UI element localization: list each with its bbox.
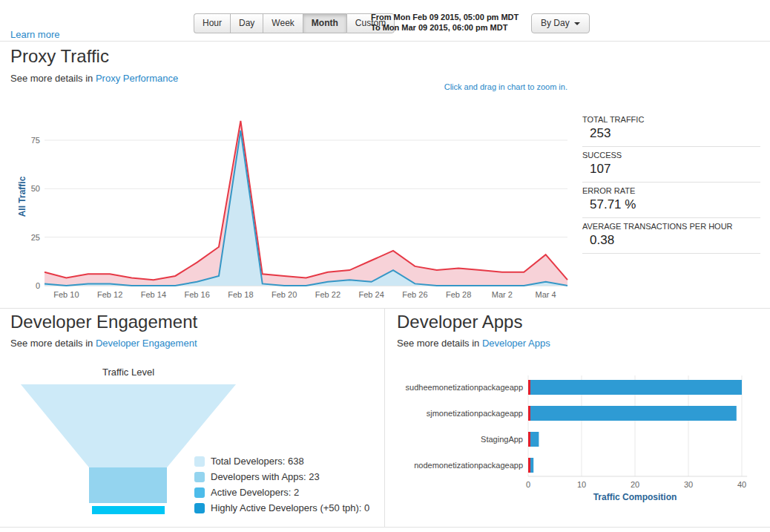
bar-error-marker (528, 406, 530, 421)
stat-value: 107 (582, 162, 760, 177)
funnel-title: Traffic Level (21, 367, 236, 378)
engagement-details: See more details in Developer Engagement (10, 338, 197, 349)
series-line-all-traffic (45, 121, 567, 280)
interval-label: By Day (541, 18, 570, 28)
legend-label: Total Developers: 638 (211, 456, 304, 467)
interval-dropdown-button[interactable]: By Day (531, 13, 590, 33)
range-button-hour[interactable]: Hour (194, 13, 230, 33)
caret-down-icon (574, 22, 580, 25)
stat-value: 57.71 % (582, 197, 760, 212)
traffic-stats-panel: TOTAL TRAFFIC253SUCCESS107ERROR RATE57.7… (582, 111, 760, 254)
developer-apps-link[interactable]: Developer Apps (482, 338, 550, 349)
proxy-performance-link[interactable]: Proxy Performance (96, 73, 178, 84)
analytics-dashboard: Learn more HourDayWeekMonthCustom From M… (0, 0, 770, 532)
legend-item: Developers with Apps: 23 (194, 469, 369, 485)
x-tick-label: Feb 20 (272, 290, 297, 299)
divider-bottom (0, 527, 770, 528)
x-tick-label: 20 (631, 480, 639, 489)
legend-label: Developers with Apps: 23 (211, 471, 320, 482)
stat-label: AVERAGE TRANSACTIONS PER HOUR (582, 222, 760, 231)
y-tick-label: 0 (36, 281, 40, 290)
bar-label: StagingApp (481, 435, 523, 444)
legend-label: Active Developers: 2 (211, 487, 299, 498)
developer-apps-title: Developer Apps (397, 312, 522, 332)
x-tick-label: Feb 24 (359, 290, 384, 299)
stat-value: 0.38 (582, 233, 760, 248)
date-to: To Mon Mar 09 2015, 06:00 pm MDT (371, 22, 519, 33)
engagement-legend: Total Developers: 638Developers with App… (194, 453, 369, 516)
bar-label: sudheemonetizationpackageapp (406, 383, 523, 392)
bar (530, 406, 737, 421)
x-tick-label: 40 (737, 480, 746, 489)
x-tick-label: Feb 18 (228, 290, 253, 299)
bar-error-marker (528, 380, 530, 395)
engagement-details-prefix: See more details in (10, 338, 93, 349)
x-tick-label: Feb 12 (97, 290, 122, 299)
x-tick-label: Feb 10 (53, 290, 79, 299)
legend-swatch-icon (194, 456, 205, 467)
legend-item: Highly Active Developers (+50 tph): 0 (194, 500, 369, 516)
x-tick-label: Feb 26 (402, 290, 427, 299)
developer-engagement-link[interactable]: Developer Engagement (96, 338, 197, 349)
bar-label: sjmonetizationpackageapp (427, 409, 523, 418)
series-line-success (45, 131, 567, 286)
x-tick-label: Feb 16 (185, 290, 210, 299)
developer-apps-chart: 010203040sudheemonetizationpackageappsjm… (397, 371, 768, 505)
series-area-all-traffic (45, 121, 567, 286)
x-tick-label: Feb 28 (446, 290, 471, 299)
series-area-success (45, 131, 567, 286)
legend-swatch-icon (194, 487, 205, 498)
bar-label: nodemonetizationpackageapp (414, 461, 523, 470)
proxy-details-prefix: See more details in (10, 73, 93, 84)
bar (530, 432, 539, 447)
proxy-traffic-chart[interactable]: 0255075Feb 10Feb 12Feb 14Feb 16Feb 18Feb… (22, 108, 571, 302)
x-tick-label: Mar 4 (536, 290, 556, 299)
stat-label: TOTAL TRAFFIC (582, 115, 760, 124)
zoom-hint: Click and drag in chart to zoom in. (386, 82, 567, 91)
x-tick-label: Feb 22 (315, 290, 340, 299)
bar-error-marker (528, 458, 530, 473)
y-tick-label: 25 (31, 233, 40, 242)
range-button-month[interactable]: Month (303, 13, 346, 33)
range-button-week[interactable]: Week (263, 13, 302, 33)
stat-label: SUCCESS (582, 151, 760, 160)
divider-vertical (384, 309, 385, 527)
legend-item: Total Developers: 638 (194, 453, 369, 469)
legend-item: Active Developers: 2 (194, 485, 369, 500)
stat-row: AVERAGE TRANSACTIONS PER HOUR0.38 (582, 218, 760, 254)
legend-swatch-icon (194, 472, 205, 482)
date-from: From Mon Feb 09 2015, 05:00 pm MDT (371, 12, 519, 22)
bar (530, 380, 742, 395)
range-button-day[interactable]: Day (230, 13, 263, 33)
stat-label: ERROR RATE (582, 186, 760, 195)
x-tick-label: 30 (684, 480, 693, 489)
stat-row: SUCCESS107 (582, 147, 760, 183)
x-tick-label: Mar 2 (492, 290, 513, 299)
x-axis-title: Traffic Composition (593, 492, 677, 502)
funnel-segment-developers-with-apps (89, 467, 167, 503)
apps-details-prefix: See more details in (397, 338, 479, 349)
funnel-segment-active-developers (92, 506, 165, 514)
divider-middle (0, 308, 770, 309)
range-button-group: HourDayWeekMonthCustom (194, 13, 395, 33)
stat-row: TOTAL TRAFFIC253 (582, 111, 760, 147)
legend-label: Highly Active Developers (+50 tph): 0 (211, 502, 369, 513)
bar (530, 458, 533, 473)
learn-more-link[interactable]: Learn more (10, 29, 59, 40)
y-tick-label: 50 (31, 184, 40, 193)
y-tick-label: 75 (31, 136, 40, 145)
divider-top (0, 41, 770, 42)
date-range: From Mon Feb 09 2015, 05:00 pm MDT To Mo… (371, 12, 519, 33)
legend-swatch-icon (194, 503, 205, 513)
x-tick-label: 0 (526, 480, 530, 489)
proxy-details: See more details in Proxy Performance (10, 73, 178, 84)
stat-row: ERROR RATE57.71 % (582, 183, 760, 218)
x-tick-label: Feb 14 (141, 290, 166, 299)
proxy-traffic-title: Proxy Traffic (10, 46, 109, 67)
apps-details: See more details in Developer Apps (397, 338, 550, 349)
stat-value: 253 (582, 126, 760, 141)
developer-engagement-title: Developer Engagement (10, 312, 197, 332)
x-tick-label: 10 (577, 480, 586, 489)
bar-error-marker (528, 432, 530, 447)
